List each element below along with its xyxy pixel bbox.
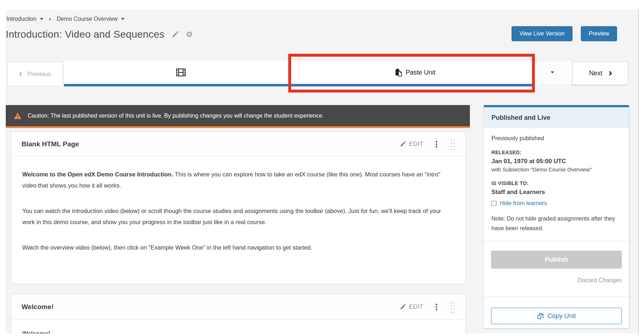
unit-settings-button[interactable]: ⚙ <box>186 31 193 38</box>
chevron-down-icon <box>40 18 43 20</box>
publish-sidebar: Published and Live Previously published … <box>484 105 629 328</box>
component-actions: EDIT <box>400 138 455 151</box>
next-label: Next <box>589 70 602 77</box>
copy-unit-label: Copy Unit <box>547 312 576 320</box>
copy-icon <box>537 313 544 320</box>
breadcrumb: Introduction › Demo Course Overview <box>6 16 125 22</box>
paragraph: Welcome to the Open edX Demo Course Intr… <box>22 169 454 191</box>
visibility-value: Staff and Learners <box>491 189 621 196</box>
component-card-welcome: Welcome! EDIT Welcome! <box>11 294 466 336</box>
hide-from-learners-checkbox[interactable] <box>491 201 496 206</box>
kebab-menu-icon[interactable] <box>434 139 439 149</box>
breadcrumb-label: Introduction <box>6 16 37 22</box>
released-label: RELEASED: <box>491 150 621 155</box>
drag-handle[interactable] <box>449 138 455 151</box>
paste-icon <box>395 68 402 77</box>
publish-button[interactable]: Publish <box>491 251 622 269</box>
paragraph-lead: Welcome to the Open edX Demo Course Intr… <box>22 171 173 178</box>
hide-from-learners-control[interactable]: Hide from learners <box>491 200 621 207</box>
studio-unit-page: Introduction › Demo Course Overview Intr… <box>0 0 644 336</box>
chevron-down-icon <box>121 18 125 20</box>
next-button[interactable]: Next <box>572 62 628 85</box>
breadcrumb-label: Demo Course Overview <box>57 16 118 22</box>
edit-label: EDIT <box>409 141 424 148</box>
warning-icon <box>14 112 22 119</box>
paragraph: Watch the overview video (below), then c… <box>22 242 454 253</box>
sequence-tab-list: Paste Unit <box>64 61 533 86</box>
kebab-menu-icon[interactable] <box>434 302 439 312</box>
released-value: Jan 01, 1970 at 05:00 UTC <box>491 158 621 165</box>
pencil-icon <box>400 141 406 147</box>
tab-paste-unit[interactable]: Paste Unit <box>298 61 533 84</box>
copy-section: Copy Unit <box>484 297 629 328</box>
previous-label: Previous <box>27 71 51 78</box>
sidebar-title: Published and Live <box>484 107 629 128</box>
preview-button[interactable]: Preview <box>581 26 617 41</box>
breadcrumb-item-section[interactable]: Introduction <box>6 16 43 22</box>
chevron-left-icon <box>19 72 24 76</box>
released-detail: with Subsection "Demo Course Overview" <box>491 166 621 172</box>
edit-button[interactable]: EDIT <box>400 303 424 311</box>
publish-status: Previously published <box>491 135 621 142</box>
sequence-overflow-dropdown[interactable] <box>533 61 572 84</box>
breadcrumb-separator: › <box>49 16 51 22</box>
visibility-note: Note: Do not hide graded assignments aft… <box>491 214 621 233</box>
title-row: Introduction: Video and Sequences ⚙ <box>6 29 193 40</box>
caution-text: Caution: The last published version of t… <box>28 113 324 119</box>
component-body: Welcome to the Open edX Demo Course Intr… <box>11 157 465 268</box>
chevron-right-icon <box>607 71 612 76</box>
edit-button[interactable]: EDIT <box>400 141 424 148</box>
component-card-blank-html: Blank HTML Page EDIT Welcome to the Open… <box>11 131 466 284</box>
paste-unit-label: Paste Unit <box>406 69 435 76</box>
view-live-version-button[interactable]: View Live Version <box>512 26 573 41</box>
pencil-icon <box>172 31 179 38</box>
sidebar-body: Previously published RELEASED: Jan 01, 1… <box>484 128 629 241</box>
header-actions: View Live Version Preview <box>512 26 617 41</box>
component-title: Blank HTML Page <box>22 140 79 148</box>
pencil-icon <box>400 304 406 310</box>
copy-unit-button[interactable]: Copy Unit <box>491 308 622 324</box>
component-actions: EDIT <box>400 300 455 313</box>
discard-changes-link[interactable]: Discard Changes <box>491 277 622 284</box>
viewport-edge <box>0 333 644 336</box>
hide-from-learners-label: Hide from learners <box>500 200 547 207</box>
edit-title-button[interactable] <box>172 31 179 38</box>
page-title: Introduction: Video and Sequences <box>6 29 164 40</box>
tab-video-unit[interactable] <box>64 61 298 84</box>
caution-banner: Caution: The last published version of t… <box>6 105 470 128</box>
film-icon <box>176 68 186 76</box>
publish-section: Publish Discard Changes <box>484 241 629 297</box>
edit-label: EDIT <box>409 303 424 311</box>
drag-handle[interactable] <box>449 300 455 313</box>
paragraph: You can watch the introduction video (be… <box>22 205 454 228</box>
component-header: Welcome! EDIT <box>11 294 465 320</box>
previous-button[interactable]: Previous <box>8 62 63 86</box>
component-title: Welcome! <box>22 303 53 311</box>
component-header: Blank HTML Page EDIT <box>11 132 465 157</box>
breadcrumb-item-subsection[interactable]: Demo Course Overview <box>57 16 125 22</box>
dropdown-caret-icon <box>551 71 554 74</box>
gear-icon: ⚙ <box>186 31 193 38</box>
visibility-label: IS VISIBLE TO: <box>491 180 621 186</box>
